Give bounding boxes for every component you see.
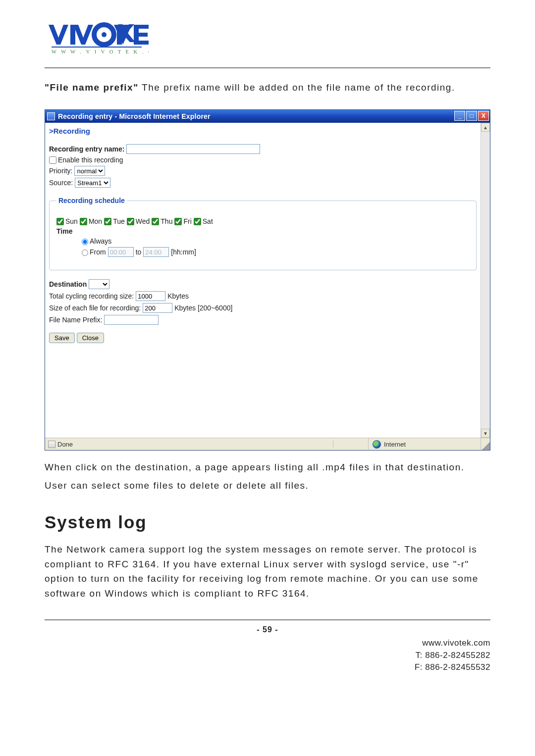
- system-log-heading: System log: [45, 512, 490, 532]
- footer-rule: [45, 619, 490, 620]
- source-select[interactable]: Stream1: [75, 178, 110, 188]
- day-wed-label: Wed: [136, 217, 150, 225]
- internet-zone-icon: [373, 440, 381, 449]
- footer-fax: F: 886-2-82455532: [45, 661, 490, 674]
- day-sat-checkbox[interactable]: [194, 218, 201, 225]
- window-title: Recording entry - Microsoft Internet Exp…: [58, 112, 211, 120]
- prefix-key: "File name prefix": [45, 82, 139, 93]
- day-wed-checkbox[interactable]: [127, 218, 134, 225]
- entry-name-label: Recording entry name:: [49, 145, 124, 153]
- day-fri-label: Fri: [183, 217, 191, 225]
- ie-window: Recording entry - Microsoft Internet Exp…: [45, 109, 490, 451]
- status-doc-icon: [48, 441, 55, 448]
- after-image-p2: User can select some files to delete or …: [45, 478, 490, 493]
- time-range-radio[interactable]: [82, 250, 88, 256]
- svg-rect-7: [52, 47, 142, 48]
- footer-contact: www.vivotek.com T: 886-2-82455282 F: 886…: [45, 637, 490, 674]
- scroll-down-icon[interactable]: ▼: [481, 429, 490, 438]
- cycle-unit: Kbytes: [167, 292, 189, 300]
- each-label: Size of each file for recording:: [49, 304, 141, 312]
- window-titlebar: Recording entry - Microsoft Internet Exp…: [45, 110, 490, 123]
- day-tue-checkbox[interactable]: [104, 218, 111, 225]
- recording-schedule-fieldset: Recording schedule Sun Mon Tue Wed Thu F…: [49, 197, 477, 270]
- window-minimize-button[interactable]: _: [454, 111, 465, 121]
- page-number: - 59 -: [45, 625, 490, 634]
- ie-app-icon: [47, 112, 55, 120]
- content-scrollbar[interactable]: ▲ ▼: [481, 123, 490, 438]
- status-internet-label: Internet: [384, 441, 406, 448]
- source-label: Source:: [49, 179, 73, 187]
- vivotek-logo: W W W . V I V O T E K . C O M: [45, 20, 149, 58]
- day-mon-checkbox[interactable]: [80, 218, 87, 225]
- footer-tel: T: 886-2-82455282: [45, 650, 490, 662]
- close-button[interactable]: Close: [77, 333, 104, 343]
- day-mon-label: Mon: [89, 217, 102, 225]
- day-sat-label: Sat: [203, 217, 213, 225]
- time-always-label: Always: [90, 237, 111, 245]
- save-button[interactable]: Save: [49, 333, 75, 343]
- day-sun-label: Sun: [65, 217, 78, 225]
- destination-select[interactable]: [89, 279, 109, 289]
- after-image-p1: When click on the destination, a page ap…: [45, 460, 490, 474]
- each-input[interactable]: [143, 303, 172, 313]
- svg-point-3: [102, 32, 107, 37]
- day-sun-checkbox[interactable]: [56, 218, 64, 225]
- prefix-desc: "File name prefix" The prefix name will …: [45, 80, 490, 95]
- day-thu-checkbox[interactable]: [152, 218, 159, 225]
- destination-label: Destination: [49, 280, 87, 288]
- header-rule: [45, 67, 490, 68]
- day-thu-label: Thu: [160, 217, 172, 225]
- cycle-label: Total cycling recording size:: [49, 292, 134, 300]
- entry-name-input[interactable]: [126, 144, 260, 154]
- time-always-radio[interactable]: [82, 239, 88, 245]
- time-format-label: [hh:mm]: [171, 248, 196, 256]
- window-close-button[interactable]: X: [478, 111, 489, 121]
- priority-label: Priority:: [49, 167, 72, 175]
- day-tue-label: Tue: [113, 217, 125, 225]
- resize-grip-icon[interactable]: [481, 438, 490, 450]
- svg-text:W W W . V I V O T E K . C O M: W W W . V I V O T E K . C O M: [52, 49, 149, 54]
- day-row: Sun Mon Tue Wed Thu Fri Sat: [56, 217, 469, 225]
- time-from-label: From: [90, 248, 106, 256]
- footer-url: www.vivotek.com: [45, 637, 490, 650]
- system-log-paragraph: The Network camera support log the syste…: [45, 542, 490, 601]
- file-prefix-label: File Name Prefix:: [49, 316, 102, 324]
- cycle-input[interactable]: [136, 291, 165, 301]
- time-label: Time: [56, 227, 72, 235]
- time-to-label: to: [136, 248, 142, 256]
- file-prefix-input[interactable]: [104, 315, 159, 325]
- scroll-up-icon[interactable]: ▲: [481, 123, 490, 132]
- time-from-input[interactable]: [108, 247, 134, 257]
- recording-schedule-legend: Recording schedule: [56, 197, 127, 204]
- page-title: >Recording: [49, 127, 477, 135]
- status-done-label: Done: [57, 441, 73, 448]
- each-unit: Kbytes [200~6000]: [174, 304, 232, 312]
- enable-recording-checkbox[interactable]: [49, 156, 56, 164]
- time-to-input[interactable]: [143, 247, 169, 257]
- day-fri-checkbox[interactable]: [174, 218, 182, 225]
- ie-status-bar: Done Internet: [45, 438, 490, 450]
- prefix-rest: The prefix name will be added on the fil…: [139, 82, 455, 93]
- enable-recording-label: Enable this recording: [58, 156, 123, 164]
- priority-select[interactable]: normal: [74, 166, 105, 176]
- window-maximize-button[interactable]: □: [466, 111, 477, 121]
